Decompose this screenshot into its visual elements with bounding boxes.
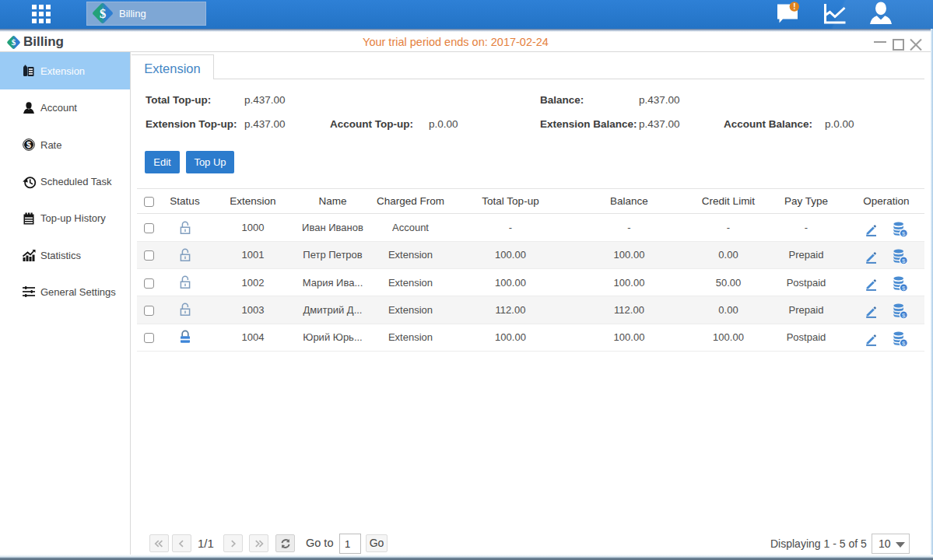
svg-text:$: $ [902, 340, 906, 347]
svg-text:!: ! [793, 2, 795, 11]
svg-text:$: $ [902, 312, 906, 319]
svg-text:$: $ [902, 257, 906, 264]
svg-text:$: $ [902, 285, 906, 292]
svg-text:$: $ [26, 140, 31, 149]
svg-text:$: $ [100, 6, 106, 21]
svg-text:$: $ [902, 230, 906, 237]
